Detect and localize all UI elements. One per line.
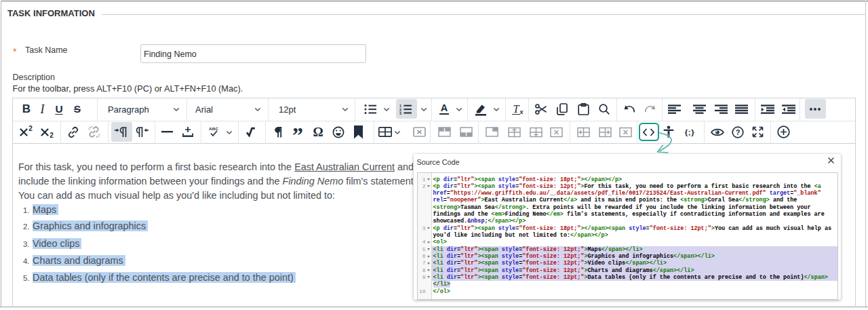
svg-text:ABC: ABC — [209, 126, 219, 131]
svg-text:?: ? — [736, 128, 741, 136]
svg-text:3: 3 — [399, 111, 401, 115]
